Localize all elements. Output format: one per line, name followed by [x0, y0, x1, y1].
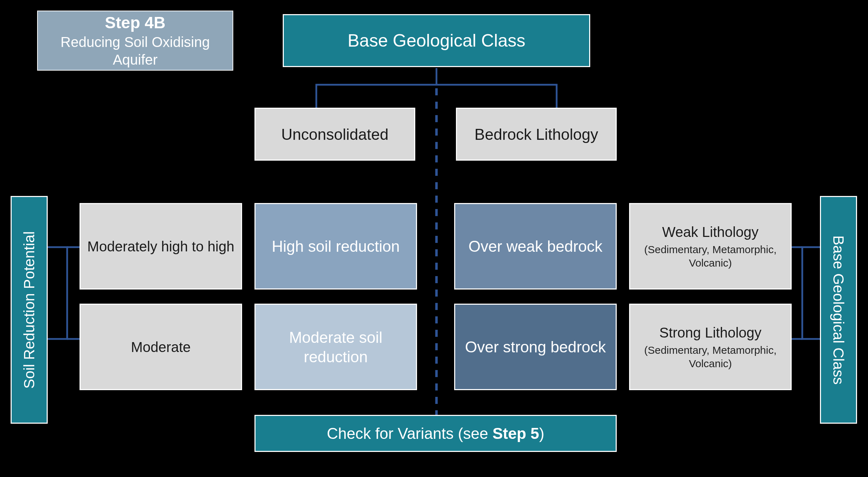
- axis-right-label: Base Geological Class: [830, 235, 847, 384]
- root-label: Base Geological Class: [347, 30, 525, 52]
- footer-pre: Check for Variants (see: [327, 425, 493, 442]
- lithology-weak-sub: (Sedimentary, Metamorphic, Volcanic): [630, 243, 791, 269]
- step-badge-subtitle: Reducing Soil Oxidising Aquifer: [38, 33, 233, 68]
- footer-check-variants: Check for Variants (see Step 5): [254, 415, 617, 452]
- unconsolidated-high-soil-reduction: High soil reduction: [254, 203, 417, 290]
- unconsolidated-top-label: High soil reduction: [272, 237, 400, 256]
- category-unconsolidated: Unconsolidated: [254, 108, 415, 161]
- srp-moderately-high-to-high: Moderately high to high: [80, 203, 242, 290]
- unconsolidated-moderate-soil-reduction: Moderate soil reduction: [254, 304, 417, 390]
- step-badge: Step 4B Reducing Soil Oxidising Aquifer: [37, 11, 233, 71]
- lithology-strong: Strong Lithology (Sedimentary, Metamorph…: [629, 304, 792, 390]
- footer-bold: Step 5: [493, 425, 539, 442]
- footer-text: Check for Variants (see Step 5): [327, 424, 544, 443]
- srp-bottom-label: Moderate: [131, 338, 191, 356]
- category-unconsolidated-label: Unconsolidated: [281, 125, 388, 144]
- lithology-weak-title: Weak Lithology: [662, 223, 759, 241]
- footer-post: ): [539, 425, 545, 442]
- lithology-strong-title: Strong Lithology: [659, 324, 761, 341]
- root-base-geological-class: Base Geological Class: [283, 14, 590, 67]
- srp-moderate: Moderate: [80, 304, 242, 390]
- srp-top-label: Moderately high to high: [87, 238, 234, 255]
- lithology-strong-sub: (Sedimentary, Metamorphic, Volcanic): [630, 344, 791, 370]
- axis-left-label: Soil Reduction Potential: [21, 231, 38, 389]
- lithology-weak: Weak Lithology (Sedimentary, Metamorphic…: [629, 203, 792, 290]
- bedrock-over-weak: Over weak bedrock: [454, 203, 617, 290]
- bedrock-top-label: Over weak bedrock: [468, 237, 602, 256]
- unconsolidated-bottom-label: Moderate soil reduction: [256, 328, 416, 366]
- bedrock-over-strong: Over strong bedrock: [454, 304, 617, 390]
- bedrock-bottom-label: Over strong bedrock: [465, 337, 606, 357]
- step-badge-title: Step 4B: [105, 13, 165, 33]
- axis-base-geological-class: Base Geological Class: [820, 196, 857, 424]
- category-bedrock-lithology-label: Bedrock Lithology: [475, 125, 598, 144]
- category-bedrock-lithology: Bedrock Lithology: [456, 108, 617, 161]
- axis-soil-reduction-potential: Soil Reduction Potential: [11, 196, 48, 424]
